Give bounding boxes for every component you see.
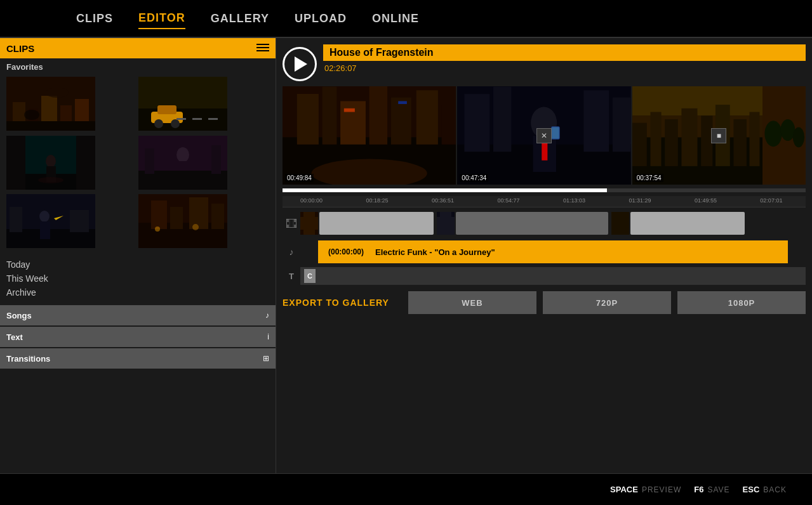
favorites-label: Favorites — [0, 58, 276, 75]
video-duration: 02:26:07 — [323, 63, 806, 73]
nav-upload[interactable]: Upload — [295, 9, 347, 29]
svg-rect-29 — [145, 148, 154, 174]
clip-timestamp-1: 00:49:84 — [285, 174, 314, 182]
clip-thumbnail[interactable] — [6, 77, 95, 131]
video-info: House of Fragenstein 02:26:07 — [323, 44, 806, 73]
svg-point-24 — [38, 177, 63, 183]
nav-gallery[interactable]: Gallery — [211, 9, 269, 29]
clip-remove-btn-2[interactable]: ✕ — [536, 128, 552, 143]
video-title-bar: House of Fragenstein — [323, 44, 806, 61]
svg-rect-65 — [584, 90, 609, 152]
svg-rect-94 — [315, 212, 318, 217]
svg-point-82 — [764, 121, 782, 147]
bottom-bar: SPACE Preview F6 Save ESC Back — [0, 473, 812, 505]
svg-rect-63 — [465, 94, 490, 152]
timeline-clip-2[interactable]: ✕ 00:47:34 — [457, 86, 630, 185]
svg-rect-86 — [287, 220, 289, 222]
progress-fill — [283, 188, 607, 192]
music-track-row: ♪ (00:00:00) Electric Funk - "On a Journ… — [283, 239, 806, 265]
svg-rect-57 — [398, 101, 407, 104]
filter-today[interactable]: Today — [6, 259, 269, 270]
svg-point-83 — [780, 119, 795, 141]
play-icon — [295, 56, 307, 72]
text-indicator: C — [304, 269, 316, 283]
svg-rect-51 — [369, 86, 387, 145]
filter-this-week[interactable]: This Week — [6, 273, 269, 284]
export-720p-button[interactable]: 720p — [543, 291, 671, 314]
export-web-button[interactable]: Web — [408, 291, 536, 314]
svg-rect-15 — [176, 118, 186, 120]
transitions-icon: ⊞ — [263, 354, 269, 363]
clip-thumbnail[interactable] — [138, 194, 227, 248]
esc-key: ESC — [743, 485, 760, 494]
export-1080p-button[interactable]: 1080p — [677, 291, 806, 314]
music-track[interactable]: (00:00:00) Electric Funk - "On a Journey… — [318, 240, 788, 263]
text-track-content[interactable]: C — [300, 267, 806, 285]
clip-remove-btn-3[interactable]: ■ — [711, 128, 726, 143]
filter-archive[interactable]: Archive — [6, 287, 269, 298]
svg-rect-37 — [70, 210, 89, 232]
track-clip-1[interactable] — [319, 212, 434, 235]
video-title: House of Fragenstein — [329, 47, 434, 58]
preview-label: Preview — [642, 485, 681, 494]
text-section[interactable]: Text i — [0, 327, 276, 347]
play-button[interactable] — [283, 47, 317, 81]
clips-header: Clips — [0, 38, 276, 58]
svg-rect-76 — [665, 119, 677, 166]
svg-point-33 — [39, 211, 50, 222]
svg-rect-66 — [613, 98, 630, 152]
svg-point-26 — [176, 147, 189, 162]
svg-rect-43 — [211, 204, 224, 229]
clip-timestamp-2: 00:47:34 — [460, 174, 488, 182]
shortcut-space: SPACE Preview — [610, 485, 681, 494]
svg-rect-88 — [294, 220, 296, 222]
export-label: Export To Gallery — [283, 298, 389, 308]
transitions-section[interactable]: Transitions ⊞ — [0, 348, 276, 369]
songs-section[interactable]: Songs ♪ — [0, 305, 276, 325]
video-track — [283, 207, 806, 239]
svg-point-44 — [155, 226, 160, 232]
right-panel: House of Fragenstein 02:26:07 — [276, 38, 812, 473]
text-track-icon: T — [283, 272, 300, 281]
save-label: Save — [707, 485, 729, 494]
svg-rect-41 — [170, 207, 183, 229]
text-track: T C — [283, 266, 806, 286]
svg-rect-52 — [391, 98, 411, 145]
svg-rect-75 — [650, 112, 661, 166]
main-content: Clips Favorites — [0, 38, 812, 473]
progress-bar[interactable] — [283, 188, 806, 192]
ruler-mark-2: 00:36:51 — [432, 197, 454, 204]
svg-rect-49 — [323, 87, 337, 145]
nav-clips[interactable]: Clips — [76, 9, 113, 29]
text-section-icon: i — [267, 332, 269, 341]
svg-point-8 — [46, 88, 69, 98]
transitions-label: Transitions — [6, 354, 50, 364]
clip-thumbnail[interactable] — [6, 194, 95, 248]
svg-rect-68 — [552, 127, 559, 138]
shortcut-f6: F6 Save — [694, 485, 729, 494]
svg-rect-97 — [437, 212, 440, 217]
space-key: SPACE — [610, 485, 638, 494]
ruler-mark-5: 01:31:29 — [629, 197, 651, 204]
left-panel: Clips Favorites — [0, 38, 276, 473]
clip-thumbnail[interactable] — [138, 77, 227, 131]
track-clip-2[interactable] — [456, 212, 608, 235]
ruler-mark-1: 00:18:25 — [366, 197, 388, 204]
track-clip-3[interactable] — [630, 212, 745, 235]
svg-rect-40 — [151, 200, 167, 229]
svg-rect-95 — [315, 230, 318, 235]
filter-list: Today This Week Archive — [0, 253, 276, 304]
timeline-clip-3[interactable]: ■ 00:37:54 — [632, 86, 806, 185]
music-title: Electric Funk - "On a Journey" — [375, 247, 495, 257]
camera-icon[interactable] — [256, 44, 269, 53]
nav-online[interactable]: Online — [372, 9, 419, 29]
svg-rect-50 — [340, 101, 366, 144]
clip-thumbnail[interactable] — [6, 136, 95, 190]
clip-timestamp-3: 00:37:54 — [635, 174, 663, 182]
timeline-clip-1[interactable]: 00:49:84 — [283, 86, 456, 185]
clip-thumbnail[interactable] — [138, 136, 227, 190]
video-track-content[interactable] — [300, 211, 806, 236]
svg-point-13 — [154, 119, 163, 128]
nav-editor[interactable]: Editor — [138, 8, 185, 29]
svg-rect-42 — [189, 197, 208, 229]
